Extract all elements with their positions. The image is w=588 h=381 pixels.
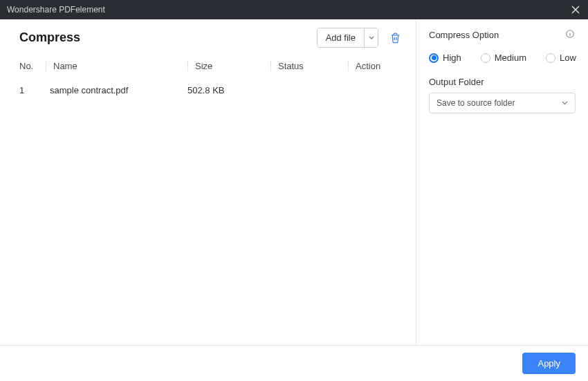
radio-high-label: High — [443, 53, 461, 63]
info-button[interactable] — [564, 29, 576, 40]
output-folder-select[interactable]: Save to source folder — [429, 93, 576, 113]
titlebar: Wondershare PDFelement — [0, 0, 588, 19]
options-title: Compress Option — [429, 30, 499, 40]
header-no: No. — [19, 61, 46, 71]
clear-all-button[interactable] — [388, 31, 402, 45]
add-file-button[interactable]: Add file — [318, 28, 364, 47]
radio-low-label: Low — [560, 53, 576, 63]
header-name: Name — [46, 61, 187, 71]
chevron-down-icon — [562, 101, 568, 105]
info-icon — [565, 29, 575, 39]
options-panel: Compress Option High Medium Low Output F… — [416, 19, 588, 345]
radio-dot-icon — [429, 53, 439, 63]
header-status: Status — [270, 61, 348, 71]
output-folder-value: Save to source folder — [437, 98, 515, 108]
radio-medium-label: Medium — [495, 53, 526, 63]
radio-medium[interactable]: Medium — [481, 53, 526, 63]
page-title: Compress — [19, 30, 80, 45]
trash-icon — [389, 32, 401, 44]
table-header-row: No. Name Size Status Action — [0, 55, 416, 77]
close-button[interactable] — [570, 4, 581, 15]
table-row[interactable]: 1 sample contract.pdf 502.8 KB — [0, 77, 416, 103]
main-panel: Compress Add file No. Name Size Status — [0, 19, 416, 345]
chevron-down-icon — [369, 36, 374, 40]
compression-radio-group: High Medium Low — [429, 53, 576, 63]
header-size: Size — [187, 61, 270, 71]
radio-dot-icon — [481, 53, 490, 63]
output-folder-label: Output Folder — [429, 77, 576, 87]
close-icon — [571, 6, 580, 14]
cell-name: sample contract.pdf — [46, 85, 187, 95]
radio-dot-icon — [546, 53, 555, 63]
apply-button[interactable]: Apply — [522, 353, 576, 374]
add-file-group: Add file — [317, 28, 378, 48]
radio-low[interactable]: Low — [546, 53, 576, 63]
footer: Apply — [0, 345, 588, 381]
add-file-dropdown[interactable] — [364, 28, 378, 47]
app-title: Wondershare PDFelement — [7, 5, 105, 15]
cell-size: 502.8 KB — [187, 85, 270, 95]
cell-no: 1 — [19, 85, 46, 95]
header-action: Action — [348, 61, 396, 71]
file-table: No. Name Size Status Action 1 sample con… — [0, 55, 416, 103]
radio-high[interactable]: High — [429, 53, 461, 63]
